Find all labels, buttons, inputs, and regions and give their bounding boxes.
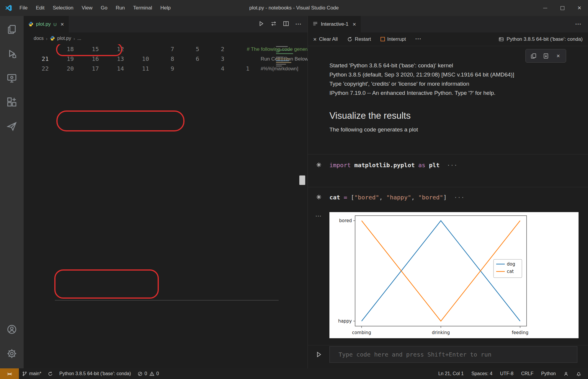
paper-plane-icon[interactable] [0, 117, 24, 136]
tab-interactive-1[interactable]: Interactive-1 × [308, 16, 361, 32]
minimize-button[interactable] [537, 0, 554, 16]
minimap[interactable] [276, 46, 298, 67]
export-icon[interactable] [540, 51, 551, 61]
breadcrumb-folder[interactable]: docs [34, 36, 44, 41]
repl-input[interactable]: Type code here and press Shift+Enter to … [329, 346, 577, 363]
python-file-icon [50, 36, 55, 41]
language-mode[interactable]: Python [537, 371, 560, 376]
line-number [24, 44, 49, 54]
kernel-messages: Started 'Python 3.8.5 64-bit ('base': co… [329, 61, 588, 97]
remote-indicator[interactable]: >< [0, 368, 19, 379]
menu-file[interactable]: File [15, 0, 32, 16]
restart-button[interactable]: Restart [347, 36, 371, 42]
open-changes-icon[interactable] [271, 21, 277, 28]
panel-more-icon[interactable]: ··· [575, 16, 588, 32]
tab-plot-py[interactable]: plot.py U × [24, 16, 69, 32]
title-bar: File Edit Selection View Go Run Terminal… [0, 0, 588, 16]
line-number: 16 [74, 54, 99, 64]
notifications-bell-icon[interactable] [572, 371, 585, 376]
menu-go[interactable]: Go [97, 0, 112, 16]
settings-gear-icon[interactable] [0, 344, 24, 363]
close-icon[interactable]: × [553, 51, 564, 61]
menu-run[interactable]: Run [112, 0, 129, 16]
goto-cell-icon[interactable] [308, 161, 329, 169]
goto-cell-icon[interactable] [308, 193, 329, 201]
run-input-icon[interactable] [308, 351, 329, 358]
accounts-icon[interactable] [0, 320, 24, 339]
branch-icon [22, 371, 27, 376]
copy-icon[interactable] [528, 51, 539, 61]
more-actions-icon[interactable]: ··· [295, 21, 302, 27]
line-number: 6 [174, 54, 199, 64]
line-number: 8 [149, 54, 174, 64]
warning-icon [149, 371, 154, 376]
run-debug-icon[interactable] [0, 44, 24, 63]
tab-close-icon[interactable]: × [61, 21, 64, 28]
close-window-button[interactable]: × [571, 0, 588, 16]
line-number: 13 [99, 54, 124, 64]
menu-view[interactable]: View [78, 0, 97, 16]
plot-output-cell: ··· combingdrinkingfeedinghappyboreddogc… [308, 212, 588, 338]
menu-selection[interactable]: Selection [49, 0, 78, 16]
kernel-message: Python 3.8.5 (default, Sep 3 2020, 21:29… [329, 70, 588, 79]
breadcrumb: docs › plot.py › ... [24, 32, 308, 44]
menu-edit[interactable]: Edit [32, 0, 48, 16]
interrupt-icon [380, 37, 385, 41]
split-editor-icon[interactable] [283, 21, 289, 28]
code-line: 181512752 # The following code generates… [49, 44, 308, 54]
line-number [224, 54, 249, 64]
cell-hover-toolbar: × [525, 49, 566, 63]
restart-icon [347, 37, 352, 42]
explorer-icon[interactable] [0, 20, 24, 39]
line-number: 20 [49, 64, 74, 74]
feedback-icon[interactable] [560, 371, 572, 376]
remote-explorer-icon[interactable] [0, 69, 24, 87]
menu-terminal[interactable]: Terminal [129, 0, 156, 16]
scrollbar-thumb[interactable] [299, 175, 305, 185]
line-number: 10 [124, 54, 149, 64]
maximize-button[interactable] [554, 0, 571, 16]
breadcrumb-symbol[interactable]: ... [77, 36, 81, 41]
code-line: 19161310863 Run Cell | Run Below# ## Vis… [49, 54, 308, 64]
toolbar-more-icon[interactable]: ··· [415, 36, 422, 42]
svg-text:feeding: feeding [512, 330, 528, 335]
line-number: 5 [174, 44, 199, 54]
panel-tab-close-icon[interactable]: × [353, 21, 356, 28]
kernel-icon [499, 37, 504, 42]
indentation[interactable]: Spaces: 4 [468, 371, 496, 376]
extensions-icon[interactable] [0, 93, 24, 112]
repl-input-row: Type code here and press Shift+Enter to … [308, 345, 588, 363]
interactive-window-panel: Interactive-1 × ··· × Clear All Restart … [308, 16, 588, 368]
vscode-logo-icon [4, 4, 13, 12]
codelens-actions[interactable]: 181512752 # The following code generates… [24, 44, 308, 54]
encoding[interactable]: UTF-8 [496, 371, 517, 376]
eol-sequence[interactable]: CRLF [517, 371, 537, 376]
interrupt-button[interactable]: Interrupt [380, 36, 406, 42]
run-file-icon[interactable] [258, 21, 264, 28]
cell-more-icon[interactable]: ··· [308, 212, 329, 338]
menu-help[interactable]: Help [156, 0, 175, 16]
svg-text:bored: bored [339, 218, 352, 223]
error-icon [138, 371, 143, 376]
breadcrumb-file[interactable]: plot.py [57, 36, 71, 41]
line-number: 9 [149, 64, 174, 74]
editor-group: plot.py U × ··· docs › plot.py › [24, 16, 308, 368]
code-line: 2119161310863 Run Cell | Run Below# ## V… [24, 54, 308, 64]
clear-icon: × [313, 36, 317, 42]
clear-all-button[interactable]: × Clear All [313, 36, 338, 42]
svg-text:combing: combing [352, 330, 371, 335]
cell-code[interactable]: cat = ["bored", "happy", "bored"] ··· [329, 193, 465, 201]
git-branch-item[interactable]: main* [19, 368, 45, 379]
code-line: 1512752 # The following code generates a… [74, 44, 308, 54]
cursor-position[interactable]: Ln 21, Col 1 [435, 371, 468, 376]
chevron-right-icon: › [74, 36, 75, 41]
cell-code[interactable]: import matplotlib.pyplot as plt ··· [329, 161, 458, 169]
sync-icon[interactable] [45, 368, 56, 379]
python-interpreter-item[interactable]: Python 3.8.5 64-bit ('base': conda) [56, 368, 134, 379]
problems-item[interactable]: 0 0 [134, 368, 162, 379]
line-number: 22 [24, 64, 49, 74]
cell-boundary-line [55, 300, 279, 300]
line-number: 17 [74, 64, 99, 74]
kernel-selector[interactable]: Python 3.8.5 64-bit ('base': conda) [499, 36, 583, 42]
line-number: 3 [199, 54, 224, 64]
